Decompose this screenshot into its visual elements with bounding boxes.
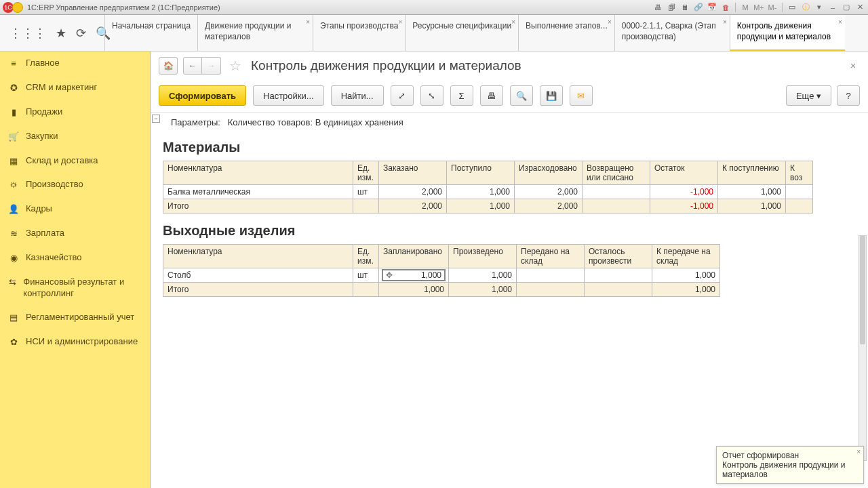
sidebar: ≡Главное ✪CRM и маркетинг ▮Продажи 🛒Заку… bbox=[0, 52, 151, 488]
close-icon[interactable]: × bbox=[306, 18, 310, 27]
sidebar-item-accounting[interactable]: ▤Регламентированный учет bbox=[0, 306, 150, 330]
forward-button[interactable]: → bbox=[202, 57, 221, 75]
more-button[interactable]: Еще ▾ bbox=[786, 85, 831, 106]
person-icon: 👤 bbox=[8, 204, 19, 216]
section-products-title: Выходные изделия bbox=[163, 223, 868, 239]
fav-icon[interactable]: ★ bbox=[56, 26, 66, 41]
preview-button[interactable]: 🔍 bbox=[510, 85, 533, 106]
mem-m-icon[interactable]: M bbox=[740, 2, 751, 13]
sidebar-item-salary[interactable]: ≋Зарплата bbox=[0, 222, 150, 246]
close-icon[interactable]: × bbox=[856, 448, 861, 455]
calc-icon[interactable]: 🖩 bbox=[679, 2, 690, 13]
print-icon[interactable]: 🖶 bbox=[652, 2, 663, 13]
find-button[interactable]: Найти... bbox=[331, 85, 384, 106]
minimize-icon[interactable]: – bbox=[827, 2, 838, 13]
info-icon[interactable]: ⓘ bbox=[800, 2, 811, 13]
params-row: Параметры: Количество товаров: В единица… bbox=[153, 113, 868, 136]
launcher-bar: ⋮⋮⋮ ★ ⟳ 🔍 bbox=[0, 15, 104, 51]
cart-icon: 🛒 bbox=[8, 131, 19, 143]
collapse-toggle[interactable]: − bbox=[152, 115, 160, 123]
selected-cell[interactable]: 1,000 bbox=[383, 270, 444, 280]
box-icon: ▮ bbox=[8, 107, 19, 119]
tab-start[interactable]: Начальная страница bbox=[104, 15, 197, 51]
gear-icon: ⛭ bbox=[8, 180, 19, 191]
save-button[interactable]: 💾 bbox=[540, 85, 563, 106]
sidebar-item-production[interactable]: ⛭Производство bbox=[0, 173, 150, 197]
back-button[interactable]: ← bbox=[183, 57, 202, 75]
help-button[interactable]: ? bbox=[837, 85, 860, 106]
settings-button[interactable]: Настройки... bbox=[253, 85, 324, 106]
ledger-icon: ▤ bbox=[8, 312, 19, 324]
sidebar-item-finresult[interactable]: ⇆Финансовый результат и контроллинг bbox=[0, 270, 150, 306]
calendar-icon[interactable]: 📅 bbox=[707, 2, 717, 13]
materials-table: Номенклатура Ед. изм. Заказано Поступило… bbox=[163, 161, 813, 214]
swap-icon: ⇆ bbox=[8, 277, 16, 289]
link-icon[interactable]: 🔗 bbox=[693, 2, 704, 13]
tab-welding[interactable]: 0000-2.1.1, Сварка (Этап производства)× bbox=[614, 15, 730, 51]
tab-exec[interactable]: Выполнение этапов...× bbox=[518, 15, 614, 51]
flower-icon: ✿ bbox=[8, 337, 19, 348]
products-table: Номенклатура Ед. изм. Запланировано Прои… bbox=[163, 244, 720, 297]
sidebar-item-admin[interactable]: ✿НСИ и администрирование bbox=[0, 330, 150, 354]
close-page-button[interactable]: × bbox=[846, 59, 860, 73]
page-title: Контроль движения продукции и материалов bbox=[251, 58, 521, 73]
sidebar-item-sales[interactable]: ▮Продажи bbox=[0, 100, 150, 125]
generate-button[interactable]: Сформировать bbox=[159, 85, 246, 106]
report-area: − Параметры: Количество товаров: В едини… bbox=[151, 113, 868, 488]
window-title: 1С:ERP Управление предприятием 2 (1С:Пре… bbox=[27, 3, 652, 12]
table-total-row: Итого 1,000 1,000 1,000 bbox=[163, 283, 720, 297]
tab-stages[interactable]: Этапы производства× bbox=[313, 15, 405, 51]
title-bar: 1C 1С:ERP Управление предприятием 2 (1С:… bbox=[0, 0, 868, 15]
home-button[interactable]: 🏠 bbox=[159, 57, 178, 75]
coin-icon: ◉ bbox=[8, 253, 19, 264]
app-icon: 1C bbox=[3, 2, 23, 13]
main-panel: 🏠 ← → ☆ Контроль движения продукции и ма… bbox=[151, 52, 868, 488]
money-icon: ≋ bbox=[8, 228, 19, 240]
close-icon[interactable]: × bbox=[838, 18, 842, 27]
close-icon[interactable]: × bbox=[723, 18, 727, 27]
history-icon[interactable]: ⟳ bbox=[76, 26, 86, 41]
main-header: 🏠 ← → ☆ Контроль движения продукции и ма… bbox=[151, 52, 868, 81]
app-logo-dot bbox=[12, 2, 23, 13]
notification-toast: × Отчет сформирован Контроль движения пр… bbox=[716, 446, 864, 484]
close-icon[interactable]: × bbox=[511, 18, 515, 27]
maximize-icon[interactable]: ▢ bbox=[841, 2, 852, 13]
home-icon: ≡ bbox=[8, 58, 19, 70]
toolbar: Сформировать Настройки... Найти... ⤢ ⤡ Σ… bbox=[151, 81, 868, 113]
trash-icon[interactable]: 🗑 bbox=[720, 2, 731, 13]
sidebar-item-crm[interactable]: ✪CRM и маркетинг bbox=[0, 76, 150, 100]
tab-specs[interactable]: Ресурсные спецификации× bbox=[405, 15, 518, 51]
mem-mminus-icon[interactable]: M- bbox=[767, 2, 778, 13]
sum-icon[interactable]: Σ bbox=[450, 85, 473, 106]
star-icon[interactable]: ☆ bbox=[229, 58, 241, 74]
mail-button[interactable]: ✉ bbox=[570, 85, 593, 106]
table-row[interactable]: Балка металлическая шт 2,000 1,000 2,000… bbox=[163, 185, 813, 199]
tab-strip: ⋮⋮⋮ ★ ⟳ 🔍 Начальная страница Движение пр… bbox=[0, 15, 868, 52]
table-row[interactable]: Столб шт 1,000 1,000 1,000 bbox=[163, 268, 720, 283]
tab-control[interactable]: Контроль движения продукции и материалов… bbox=[730, 15, 845, 51]
dropdown-icon[interactable]: ▾ bbox=[814, 2, 825, 13]
mem-mplus-icon[interactable]: M+ bbox=[753, 2, 764, 13]
close-icon[interactable]: × bbox=[399, 18, 403, 27]
scrollbar[interactable] bbox=[859, 235, 867, 461]
table-total-row: Итого 2,000 1,000 2,000 -1,000 1,000 bbox=[163, 199, 813, 214]
expand-icon[interactable]: ⤢ bbox=[391, 85, 414, 106]
tab-movement[interactable]: Движение продукции и материалов× bbox=[197, 15, 313, 51]
sidebar-item-hr[interactable]: 👤Кадры bbox=[0, 197, 150, 222]
toast-body: Контроль движения продукции и материалов bbox=[722, 460, 858, 479]
panel-icon[interactable]: ▭ bbox=[787, 2, 797, 13]
target-icon: ✪ bbox=[8, 83, 19, 94]
sidebar-item-main[interactable]: ≡Главное bbox=[0, 52, 150, 76]
close-icon[interactable]: × bbox=[608, 18, 612, 27]
print-button[interactable]: 🖶 bbox=[480, 85, 503, 106]
sidebar-item-purchase[interactable]: 🛒Закупки bbox=[0, 125, 150, 149]
close-window-icon[interactable]: ✕ bbox=[854, 2, 865, 13]
collapse-icon[interactable]: ⤡ bbox=[420, 85, 443, 106]
apps-icon[interactable]: ⋮⋮⋮ bbox=[9, 26, 46, 41]
doc-icon[interactable]: 🗐 bbox=[666, 2, 677, 13]
sidebar-item-treasury[interactable]: ◉Казначейство bbox=[0, 246, 150, 270]
toast-title: Отчет сформирован bbox=[722, 451, 858, 460]
sidebar-item-warehouse[interactable]: ▦Склад и доставка bbox=[0, 149, 150, 174]
title-right-icons: 🖶 🗐 🖩 🔗 📅 🗑 M M+ M- ▭ ⓘ ▾ – ▢ ✕ bbox=[652, 2, 865, 13]
section-materials-title: Материалы bbox=[163, 140, 868, 155]
